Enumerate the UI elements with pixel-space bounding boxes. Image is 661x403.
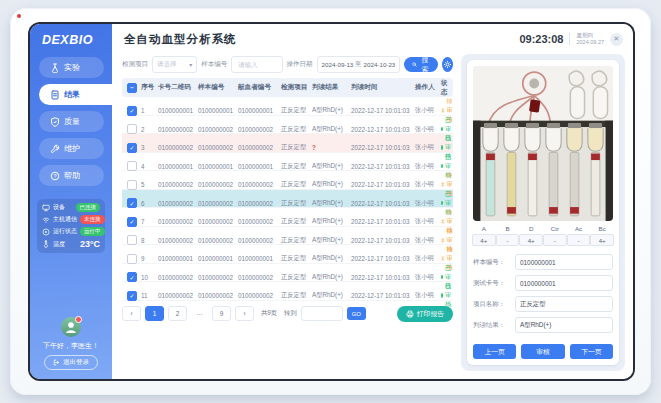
sidebar-item-帮助[interactable]: ? 帮助: [39, 165, 104, 186]
row-checkbox[interactable]: [127, 235, 137, 245]
status-label: 温度: [53, 240, 77, 249]
table-header-row: − 序号 卡号二维码 样本编号 献血者编号 检测项目 判读结果 判读时间 操作人…: [122, 78, 453, 97]
page-button-1[interactable]: 1: [145, 306, 164, 321]
print-report-button[interactable]: 打印报告: [397, 306, 453, 322]
table-row[interactable]: 8 0100000002 0100000002 0100000002 正反定型 …: [122, 227, 453, 246]
page-button-9[interactable]: 9: [212, 306, 231, 321]
well-column: Ctr -: [544, 225, 566, 246]
chevron-right-icon: ›: [243, 310, 245, 317]
table-row[interactable]: ✓ 3 0100000002 0100000002 0100000002 正反定…: [122, 134, 453, 153]
field-row: 项目名称： 正反定型: [473, 296, 613, 312]
row-checkbox[interactable]: [127, 161, 137, 171]
project-select[interactable]: 请选择 ▾: [152, 56, 197, 73]
row-checkbox[interactable]: ✓: [127, 106, 137, 116]
detail-buttons: 上一页 审核 下一页: [473, 336, 613, 359]
detail-fields: 样本编号： 0100000001 测试卡号： 0100000001 项目名称： …: [473, 254, 613, 333]
comm-icon: [42, 216, 50, 224]
row-checkbox[interactable]: ✓: [127, 198, 137, 208]
pagination-bar: ‹ 12…9 › 共9页 转到 GO 打印报告: [122, 306, 453, 322]
sidebar-item-label: 结果: [64, 89, 80, 100]
sidebar-item-维护[interactable]: 维护: [39, 138, 104, 159]
row-checkbox[interactable]: ✓: [127, 291, 137, 301]
status-value: 23°C: [80, 239, 100, 249]
row-checkbox[interactable]: ✓: [127, 272, 137, 282]
field-value[interactable]: A型RhD(+): [515, 317, 613, 333]
next-record-button[interactable]: 下一页: [570, 344, 613, 359]
table-row[interactable]: ✓ 1 0100000001 0100000001 0100000001 正反定…: [122, 97, 453, 116]
next-page-button[interactable]: ›: [235, 306, 254, 321]
done-dot-icon: [441, 293, 443, 298]
goto-label: 转到: [284, 309, 297, 318]
gel-card-image: [473, 66, 613, 221]
done-dot-icon: [441, 201, 443, 206]
topbar: 全自动血型分析系统 09:23:08 星期四 2024.09.27 ✕: [112, 24, 633, 54]
go-button[interactable]: GO: [347, 307, 366, 320]
page-title: 全自动血型分析系统: [124, 32, 237, 47]
device-icon: [42, 204, 50, 212]
sidebar-item-label: 实验: [64, 62, 80, 73]
status-label: 主机通信: [53, 215, 77, 224]
table-row[interactable]: ✓ 11 0100000002 0100000002 0100000002 正反…: [122, 282, 453, 301]
prev-page-button[interactable]: ‹: [122, 306, 141, 321]
field-value[interactable]: 0100000001: [515, 275, 613, 291]
hourglass-icon: [441, 255, 445, 262]
sidebar-item-实验[interactable]: 实验: [39, 57, 104, 78]
field-value[interactable]: 0100000001: [515, 254, 613, 270]
done-dot-icon: [441, 145, 443, 150]
main-content: 全自动血型分析系统 09:23:08 星期四 2024.09.27 ✕ 检测项目: [112, 24, 633, 379]
review-button[interactable]: 审核: [521, 344, 564, 359]
well-label: Ac: [575, 225, 582, 232]
field-label: 测试卡号：: [473, 279, 511, 288]
sidebar-item-质量[interactable]: 质量: [39, 111, 104, 132]
select-all-checkbox[interactable]: −: [127, 83, 137, 93]
clock: 09:23:08: [519, 33, 563, 45]
app-screen: DEXBIO 实验 结果 质量 维护 ? 帮助 设备 已连接 主机通信 未连接 …: [30, 24, 633, 379]
table-row[interactable]: 5 0100000002 0100000002 0100000002 正反定型 …: [122, 171, 453, 190]
table-row[interactable]: 9 0100000001 0100000001 0100000001 正反定型 …: [122, 245, 453, 264]
status-badge: 运行中: [80, 227, 105, 236]
total-pages-label: 共9页: [261, 309, 277, 318]
app-logo: DEXBIO: [30, 24, 112, 54]
well-column: B -: [497, 225, 519, 246]
sidebar-item-结果[interactable]: 结果: [39, 84, 112, 105]
table-row[interactable]: ✓ 7 0100000002 0100000002 0100000002 正反定…: [122, 208, 453, 227]
search-icon: [412, 61, 417, 68]
close-icon: ✕: [614, 35, 620, 43]
logout-button[interactable]: 退出登录: [44, 355, 98, 370]
table-row[interactable]: ✓ 10 0100000002 0100000002 0100000002 正反…: [122, 264, 453, 283]
status-label: 运行状态: [53, 227, 77, 236]
row-checkbox[interactable]: [127, 180, 137, 190]
help-icon: ?: [50, 171, 60, 181]
page-buttons: 12…9: [145, 306, 231, 321]
table-row[interactable]: 4 0100000001 0100000001 0100000001 正反定型 …: [122, 153, 453, 172]
sample-input-wrap: [231, 56, 282, 73]
close-button[interactable]: ✕: [610, 33, 623, 46]
divider: [569, 33, 570, 45]
well-value: 4+: [519, 234, 543, 246]
goto-page-input[interactable]: [301, 306, 343, 321]
row-checkbox[interactable]: [127, 124, 137, 134]
avatar[interactable]: [61, 317, 81, 337]
wrench-icon: [50, 144, 60, 154]
sample-input[interactable]: [236, 60, 277, 69]
date-range-picker[interactable]: 2024-09-13 至 2024-10-23: [317, 56, 401, 73]
prev-record-button[interactable]: 上一页: [473, 344, 516, 359]
field-value[interactable]: 正反定型: [515, 296, 613, 312]
field-row: 判读结果： A型RhD(+): [473, 317, 613, 333]
detail-card: A 4+ B - D 4+ Ctr - Ac - Bc 4+ 样本编号： 010…: [467, 60, 619, 365]
results-table: − 序号 卡号二维码 样本编号 献血者编号 检测项目 判读结果 判读时间 操作人…: [122, 78, 453, 301]
user-profile: 下午好，李医生！ 退出登录: [30, 317, 112, 379]
settings-button[interactable]: [442, 57, 453, 72]
gear-icon: [443, 60, 452, 69]
row-checkbox[interactable]: ✓: [127, 217, 137, 227]
table-row[interactable]: ✓ 6 0100000002 0100000002 0100000002 正反定…: [122, 190, 453, 209]
shield-icon: [50, 117, 60, 127]
table-row[interactable]: 2 0100000002 0100000002 0100000002 正反定型 …: [122, 116, 453, 135]
page-button-2[interactable]: 2: [168, 306, 187, 321]
row-checkbox[interactable]: [127, 254, 137, 264]
run-icon: [42, 228, 50, 236]
done-dot-icon: [441, 164, 443, 169]
row-checkbox[interactable]: ✓: [127, 143, 137, 153]
search-button[interactable]: 搜索: [404, 57, 438, 72]
well-label: B: [505, 225, 509, 232]
